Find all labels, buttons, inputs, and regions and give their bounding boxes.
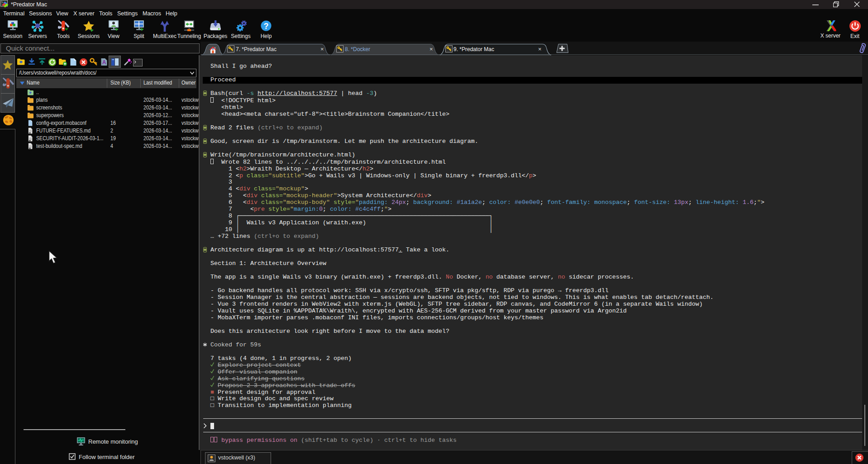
svg-text:A: A <box>102 59 106 66</box>
svg-text:?: ? <box>264 22 269 31</box>
